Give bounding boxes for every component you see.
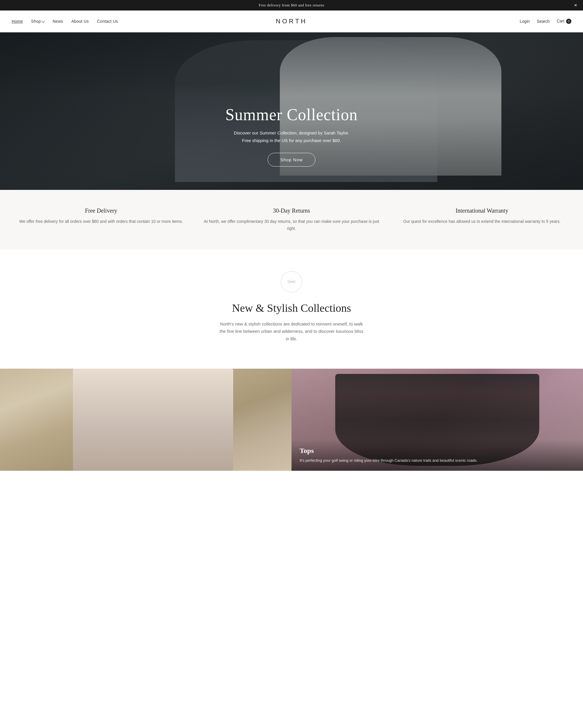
nav-center: NORTH xyxy=(276,18,307,25)
nav-search[interactable]: Search xyxy=(537,19,550,24)
product-card-outerwear[interactable] xyxy=(0,369,292,471)
svg-point-0 xyxy=(281,271,302,292)
shop-dropdown-icon xyxy=(42,19,45,23)
hero-subtitle: Discover our Summer Collection, designed… xyxy=(225,129,358,144)
svg-line-4 xyxy=(289,283,290,284)
nav-right: Login Search Cart 0 xyxy=(520,19,571,24)
svg-line-3 xyxy=(293,280,294,281)
feature-free-delivery-desc: We offer free delivery for all orders ov… xyxy=(12,218,190,225)
hero-content: Summer Collection Discover our Summer Co… xyxy=(225,105,358,190)
feature-warranty: International Warranty Our quest for exc… xyxy=(393,207,571,232)
shop-now-button[interactable]: Shop Now xyxy=(268,153,315,166)
product-card-tops[interactable]: Tops It's perfecting your golf swing or … xyxy=(292,369,583,471)
nav-cart[interactable]: Cart 0 xyxy=(557,19,571,24)
collections-decorative-icon xyxy=(280,270,303,293)
nav-item-home[interactable]: Home xyxy=(12,19,23,24)
product-card-tops-desc: It's perfecting your golf swing or ridin… xyxy=(300,458,575,464)
nav-item-shop[interactable]: Shop xyxy=(31,19,45,24)
collections-description: North's new & stylish collections are de… xyxy=(219,320,364,343)
nav-login[interactable]: Login xyxy=(520,19,530,24)
nav-item-contact[interactable]: Contact Us xyxy=(97,19,118,24)
nav-item-about[interactable]: About Us xyxy=(72,19,89,24)
product-grid: Tops It's perfecting your golf swing or … xyxy=(0,369,583,471)
product-card-outerwear-image xyxy=(0,369,292,471)
feature-returns-desc: At North, we offer complimentary 30 day … xyxy=(202,218,381,232)
hero-section: Summer Collection Discover our Summer Co… xyxy=(0,32,583,190)
feature-returns: 30-Day Returns At North, we offer compli… xyxy=(202,207,381,232)
cart-count-badge: 0 xyxy=(566,19,571,24)
nav-left: Home Shop News About Us Contact Us xyxy=(12,19,118,24)
collections-title: New & Stylish Collections xyxy=(12,302,571,314)
feature-free-delivery: Free Delivery We offer free delivery for… xyxy=(12,207,190,232)
announcement-text: Free delivery from $60 and free returns xyxy=(259,3,325,7)
feature-returns-title: 30-Day Returns xyxy=(202,207,381,214)
site-logo[interactable]: NORTH xyxy=(276,18,307,25)
hero-title: Summer Collection xyxy=(225,105,358,124)
announcement-bar: Free delivery from $60 and free returns … xyxy=(0,0,583,10)
feature-free-delivery-title: Free Delivery xyxy=(12,207,190,214)
nav-item-news[interactable]: News xyxy=(53,19,63,24)
svg-line-2 xyxy=(289,280,290,281)
navbar: Home Shop News About Us Contact Us NORTH… xyxy=(0,10,583,32)
feature-warranty-title: International Warranty xyxy=(393,207,571,214)
svg-line-5 xyxy=(293,283,294,284)
feature-warranty-desc: Our quest for excellence has allowed us … xyxy=(393,218,571,225)
product-card-tops-overlay: Tops It's perfecting your golf swing or … xyxy=(292,440,583,471)
features-section: Free Delivery We offer free delivery for… xyxy=(0,190,583,250)
collections-section: New & Stylish Collections North's new & … xyxy=(0,250,583,357)
product-card-tops-title: Tops xyxy=(300,447,575,455)
announcement-close-button[interactable]: × xyxy=(574,3,577,8)
